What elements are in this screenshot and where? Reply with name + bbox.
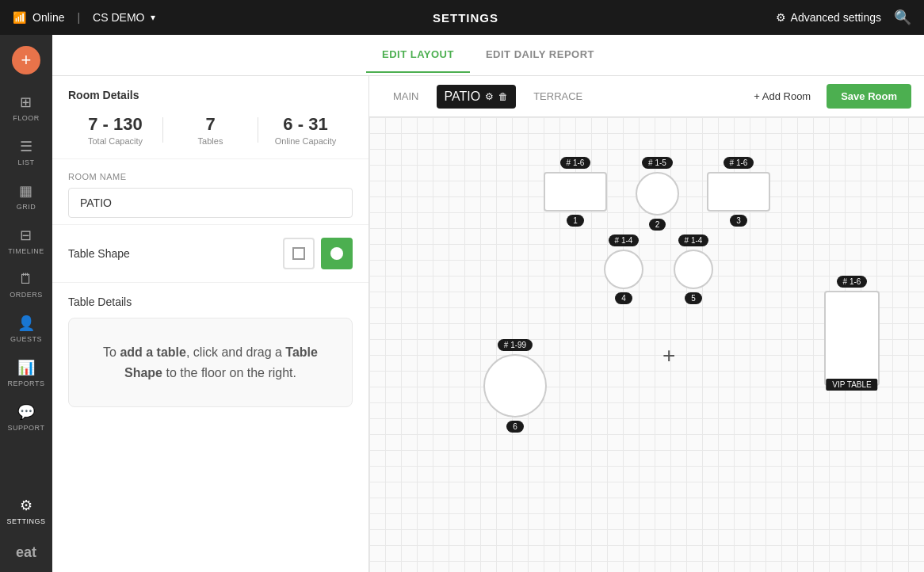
vip-label: VIP TABLE xyxy=(826,379,877,391)
room-tab-main[interactable]: MAIN xyxy=(382,84,430,109)
status-label: Online xyxy=(32,11,64,24)
table-shape-section: Table Shape xyxy=(52,224,368,282)
floor-icon: ⊞ xyxy=(20,93,32,111)
sidebar-item-support[interactable]: 💬 SUPPORT xyxy=(0,395,52,440)
table-6-shape[interactable] xyxy=(483,354,547,418)
reports-icon: 📊 xyxy=(17,359,36,376)
table-3-number: 3 xyxy=(730,215,747,227)
table-5-label: # 1-4 xyxy=(678,235,709,246)
table-3-shape[interactable] xyxy=(707,172,770,212)
table-3-label: # 1-6 xyxy=(724,157,754,169)
room-details-header: Room Details xyxy=(52,76,368,108)
tab-edit-layout[interactable]: EDIT LAYOUT xyxy=(366,37,470,73)
table-1[interactable]: # 1-6 1 xyxy=(544,157,607,227)
table-4-number: 4 xyxy=(615,292,632,304)
table-1-shape[interactable] xyxy=(544,172,607,212)
shape-options xyxy=(283,238,353,269)
table-6[interactable]: # 1-99 6 xyxy=(483,339,547,433)
advanced-settings-button[interactable]: ⚙ Advanced settings xyxy=(776,11,881,24)
tables-label: Tables xyxy=(163,136,258,146)
left-panel: Room Details 7 - 130 Total Capacity 7 Ta… xyxy=(52,76,369,572)
wifi-icon: 📶 xyxy=(13,11,26,24)
table-2-number: 2 xyxy=(649,219,666,231)
table-details-label: Table Details xyxy=(68,296,353,308)
table-1-label: # 1-6 xyxy=(560,157,591,169)
page-title: SETTINGS xyxy=(155,11,775,25)
table-4-shape[interactable] xyxy=(604,250,643,289)
sidebar-item-guests[interactable]: 👤 GUESTS xyxy=(0,307,52,351)
guests-icon: 👤 xyxy=(17,315,36,332)
table-4[interactable]: # 1-4 4 xyxy=(604,235,643,304)
table-7-vip[interactable]: # 1-6 VIP TABLE xyxy=(824,276,880,386)
stat-tables: 7 Tables xyxy=(163,114,258,146)
table-5-shape[interactable] xyxy=(674,250,713,289)
top-bar-left: 📶 Online | CS DEMO ▾ xyxy=(13,11,155,24)
table-4-label: # 1-4 xyxy=(609,235,640,246)
table-6-label: # 1-99 xyxy=(498,339,533,351)
stat-total-capacity: 7 - 130 Total Capacity xyxy=(68,114,162,146)
room-tab-terrace[interactable]: TERRACE xyxy=(522,84,594,109)
square-icon xyxy=(292,247,305,260)
floor-toolbar: MAIN PATIO ⚙ 🗑 TERRACE + Add Room Save R… xyxy=(369,76,924,117)
support-icon: 💬 xyxy=(17,403,36,421)
room-name-input[interactable] xyxy=(68,188,353,218)
add-table-plus-icon[interactable]: + xyxy=(662,343,675,368)
table-5[interactable]: # 1-4 5 xyxy=(674,235,713,304)
patio-delete-icon[interactable]: 🗑 xyxy=(498,91,508,102)
circle-icon xyxy=(330,247,343,260)
search-icon[interactable]: 🔍 xyxy=(894,9,911,26)
sidebar: + ⊞ FLOOR ☰ LIST ▦ GRID ⊟ TIMELINE 🗒 ORD… xyxy=(0,35,52,572)
table-3[interactable]: # 1-6 3 xyxy=(707,157,770,227)
table-7-label: # 1-6 xyxy=(837,276,868,288)
total-capacity-value: 7 - 130 xyxy=(68,114,162,135)
add-room-button[interactable]: + Add Room xyxy=(744,86,820,107)
top-bar-right: ⚙ Advanced settings 🔍 xyxy=(776,9,911,26)
timeline-icon: ⊟ xyxy=(20,227,32,244)
sidebar-item-orders[interactable]: 🗒 ORDERS xyxy=(0,263,52,307)
floor-view: MAIN PATIO ⚙ 🗑 TERRACE + Add Room Save R… xyxy=(369,76,924,572)
top-bar: 📶 Online | CS DEMO ▾ SETTINGS ⚙ Advanced… xyxy=(0,0,924,35)
table-shape-label: Table Shape xyxy=(68,247,130,260)
room-stats: 7 - 130 Total Capacity 7 Tables 6 - 31 O… xyxy=(52,108,368,159)
list-icon: ☰ xyxy=(20,138,33,155)
table-2-shape[interactable] xyxy=(636,172,679,215)
add-table-hint: To add a table, click and drag a Table S… xyxy=(68,318,353,407)
online-capacity-value: 6 - 31 xyxy=(258,114,353,135)
main-layout: + ⊞ FLOOR ☰ LIST ▦ GRID ⊟ TIMELINE 🗒 ORD… xyxy=(0,35,924,572)
room-tab-patio[interactable]: PATIO ⚙ 🗑 xyxy=(437,85,517,109)
grid-icon: ▦ xyxy=(19,182,33,200)
sidebar-item-grid[interactable]: ▦ GRID xyxy=(0,174,52,219)
room-name-label: ROOM NAME xyxy=(68,172,353,181)
table-2[interactable]: # 1-5 2 xyxy=(636,157,679,231)
sidebar-item-reports[interactable]: 📊 REPORTS xyxy=(0,351,52,395)
content-area: EDIT LAYOUT EDIT DAILY REPORT Room Detai… xyxy=(52,35,924,572)
table-6-number: 6 xyxy=(506,421,524,433)
save-room-button[interactable]: Save Room xyxy=(827,84,911,109)
stat-online-capacity: 6 - 31 Online Capacity xyxy=(258,114,353,146)
add-button[interactable]: + xyxy=(12,46,40,74)
shape-circle-button[interactable] xyxy=(321,238,353,269)
tab-edit-daily-report[interactable]: EDIT DAILY REPORT xyxy=(470,37,610,73)
sidebar-item-timeline[interactable]: ⊟ TIMELINE xyxy=(0,219,52,263)
shape-square-button[interactable] xyxy=(283,238,315,269)
sidebar-item-settings[interactable]: ⚙ SETTINGS xyxy=(6,489,45,533)
orders-icon: 🗒 xyxy=(19,271,34,288)
sidebar-item-floor[interactable]: ⊞ FLOOR xyxy=(0,86,52,130)
total-capacity-label: Total Capacity xyxy=(68,136,162,146)
table-2-label: # 1-5 xyxy=(642,157,673,169)
room-name-section: ROOM NAME xyxy=(52,159,368,224)
table-7-shape[interactable] xyxy=(824,291,880,386)
patio-settings-icon[interactable]: ⚙ xyxy=(485,91,494,102)
settings-icon: ⚙ xyxy=(20,497,33,514)
sidebar-item-list[interactable]: ☰ LIST xyxy=(0,130,52,174)
online-capacity-label: Online Capacity xyxy=(258,136,353,146)
table-5-number: 5 xyxy=(685,292,702,304)
room-layout: Room Details 7 - 130 Total Capacity 7 Ta… xyxy=(52,76,924,572)
table-details-section: Table Details To add a table, click and … xyxy=(52,282,368,420)
gear-icon: ⚙ xyxy=(776,11,786,24)
demo-name[interactable]: CS DEMO xyxy=(93,11,144,24)
tables-value: 7 xyxy=(163,114,258,135)
tabs-bar: EDIT LAYOUT EDIT DAILY REPORT xyxy=(52,35,924,76)
grid-canvas[interactable]: # 1-6 1 # 1-5 2 # 1-6 3 xyxy=(369,117,924,572)
eat-label: eat xyxy=(6,533,45,572)
